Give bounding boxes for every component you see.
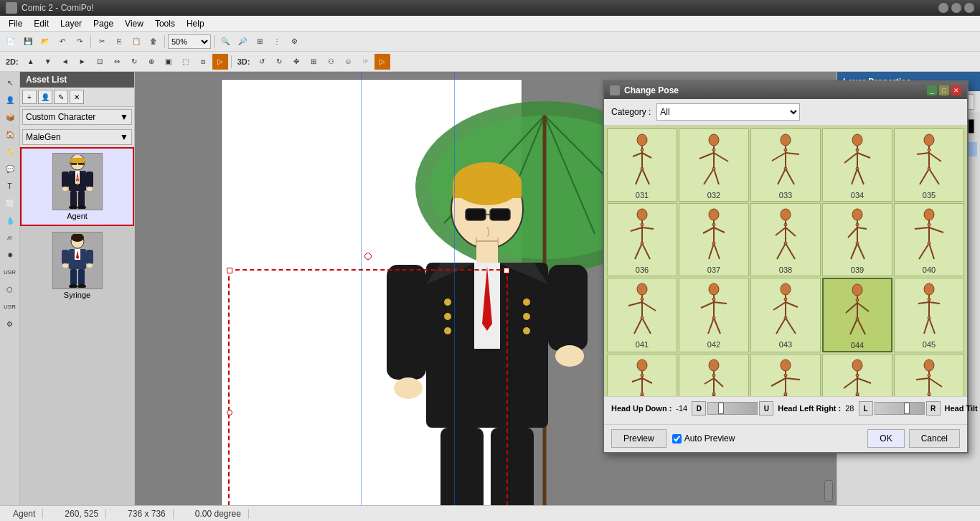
3d-rot-x-btn[interactable]: ↺ — [254, 54, 270, 70]
3d-rot-y-btn[interactable]: ↻ — [271, 54, 287, 70]
pose-cell-049[interactable]: 049 — [822, 354, 892, 396]
ok-btn[interactable]: OK — [867, 429, 904, 448]
asset-scroll-area[interactable]: Agent — [20, 147, 134, 505]
pose-cell-031[interactable]: 031 — [607, 128, 677, 202]
dialog-maximize-btn[interactable]: □ — [939, 85, 949, 95]
3d-pose-btn[interactable]: ⚇ — [323, 54, 339, 70]
open-btn[interactable]: 📂 — [37, 34, 53, 50]
2d-lock-btn[interactable]: ⊕ — [143, 54, 159, 70]
pose-cell-048[interactable]: 048 — [750, 354, 821, 396]
flash-tool[interactable]: ✸ — [2, 247, 18, 263]
2d-front-btn[interactable]: ⧈ — [195, 54, 211, 70]
character-dropdown[interactable]: Custom Character ▼ — [22, 109, 132, 125]
2d-ungroup-btn[interactable]: ⬚ — [178, 54, 194, 70]
pose-cell-044[interactable]: 044 — [822, 278, 892, 352]
frame-tool[interactable]: ⬜ — [2, 195, 18, 211]
zoom-in-btn[interactable]: 🔍 — [217, 34, 233, 50]
3d-extra-btn[interactable]: ▷ — [374, 54, 390, 70]
3d-face-btn[interactable]: ☺ — [340, 54, 356, 70]
cancel-btn[interactable]: Cancel — [909, 429, 960, 448]
effect-tool[interactable]: ✨ — [2, 144, 18, 159]
head-up-down-thumb[interactable] — [718, 403, 724, 414]
pose-grid-area[interactable]: 031 032 033 — [604, 126, 967, 396]
redo-btn[interactable]: ↷ — [72, 34, 88, 50]
2d-down-btn[interactable]: ▼ — [40, 54, 56, 70]
2d-right-btn[interactable]: ► — [75, 54, 90, 70]
head-up-down-track[interactable] — [707, 402, 758, 415]
restore-button[interactable] — [951, 3, 961, 13]
cube-tool[interactable]: ⬡ — [2, 281, 18, 297]
2d-size-btn[interactable]: ⊡ — [92, 54, 108, 70]
2d-flip-btn[interactable]: ⇔ — [109, 54, 125, 70]
2d-back-btn[interactable]: ▷ — [212, 54, 228, 70]
person-asset-btn[interactable]: 👤 — [38, 90, 52, 104]
2d-up-btn[interactable]: ▲ — [23, 54, 39, 70]
2d-group-btn[interactable]: ▣ — [161, 54, 176, 70]
person-tool[interactable]: 👤 — [2, 92, 18, 108]
zoom-out-btn[interactable]: 🔎 — [235, 34, 250, 50]
2d-left-btn[interactable]: ◄ — [57, 54, 73, 70]
3d-hand-btn[interactable]: ☞ — [357, 54, 373, 70]
menu-layer[interactable]: Layer — [55, 17, 88, 30]
edit-asset-btn[interactable]: ✎ — [54, 90, 68, 104]
pose-cell-043[interactable]: 043 — [750, 278, 821, 352]
head-up-down-d-btn[interactable]: D — [692, 401, 706, 416]
handle-top-right[interactable] — [504, 268, 509, 273]
handle-mid-left[interactable] — [227, 410, 232, 416]
pose-cell-036[interactable]: 036 — [607, 203, 677, 276]
settings-btn[interactable]: ⚙ — [286, 34, 302, 50]
head-lr-track[interactable] — [875, 402, 925, 415]
asset-tool[interactable]: USR — [2, 264, 18, 280]
preview-btn[interactable]: Preview — [611, 429, 666, 448]
3d-move-btn[interactable]: ✥ — [288, 54, 304, 70]
pose-cell-033[interactable]: 033 — [750, 128, 821, 202]
bg-tool[interactable]: 🏠 — [2, 126, 18, 142]
pose-cell-039[interactable]: 039 — [822, 203, 892, 276]
pose-cell-040[interactable]: 040 — [894, 203, 964, 276]
cut-btn[interactable]: ✂ — [94, 34, 110, 50]
user-tool2[interactable]: USR — [2, 299, 18, 314]
auto-preview-checkbox[interactable] — [672, 434, 682, 443]
item-tool[interactable]: 📦 — [2, 109, 18, 125]
undo-btn[interactable]: ↶ — [55, 34, 70, 50]
menu-edit[interactable]: Edit — [28, 17, 55, 30]
dialog-close-btn[interactable]: ✕ — [951, 85, 961, 95]
pose-cell-042[interactable]: 042 — [679, 278, 749, 352]
pose-cell-035[interactable]: 035 — [894, 128, 964, 202]
gear-tool[interactable]: ⚙ — [2, 316, 18, 332]
menu-view[interactable]: View — [119, 17, 149, 30]
delete-btn[interactable]: 🗑 — [146, 34, 161, 50]
pattern-tool[interactable]: /// — [2, 230, 18, 245]
save-btn[interactable]: 💾 — [20, 34, 36, 50]
menu-file[interactable]: File — [3, 17, 28, 30]
pose-cell-034[interactable]: 034 — [822, 128, 892, 202]
pose-cell-041[interactable]: 041 — [607, 278, 677, 352]
head-lr-r-btn[interactable]: R — [926, 401, 941, 416]
minimize-button[interactable] — [938, 3, 948, 13]
new-btn[interactable]: 📄 — [3, 34, 19, 50]
drop-tool[interactable]: 💧 — [2, 212, 18, 228]
handle-top-left[interactable] — [227, 268, 232, 273]
pose-cell-050[interactable]: 050 — [894, 354, 964, 396]
head-lr-l-btn[interactable]: L — [859, 401, 873, 416]
menu-page[interactable]: Page — [88, 17, 119, 30]
text-tool[interactable]: T — [2, 178, 18, 194]
head-up-down-u-btn[interactable]: U — [759, 401, 773, 416]
2d-rot-btn[interactable]: ↻ — [126, 54, 142, 70]
copy-btn[interactable]: ⎘ — [111, 34, 127, 50]
3d-scale-btn[interactable]: ⊞ — [306, 54, 321, 70]
pose-cell-038[interactable]: 038 — [750, 203, 821, 276]
pose-cell-045[interactable]: 045 — [894, 278, 964, 352]
asset-item-syringe[interactable]: Syringe — [20, 226, 134, 305]
gender-dropdown[interactable]: MaleGen ▼ — [22, 129, 132, 145]
zoom-select[interactable]: 50% 25% 75% 100% — [168, 34, 211, 49]
pose-cell-047[interactable]: 047 — [679, 354, 749, 396]
dialog-minimize-btn[interactable]: _ — [927, 85, 937, 95]
fit-btn[interactable]: ⊞ — [252, 34, 268, 50]
paste-btn[interactable]: 📋 — [128, 34, 144, 50]
asset-item-agent[interactable]: Agent — [20, 147, 134, 226]
pose-cell-037[interactable]: 037 — [679, 203, 749, 276]
add-asset-btn[interactable]: + — [22, 90, 37, 104]
select-tool[interactable]: ↖ — [2, 75, 18, 90]
remove-asset-btn[interactable]: ✕ — [70, 90, 84, 104]
